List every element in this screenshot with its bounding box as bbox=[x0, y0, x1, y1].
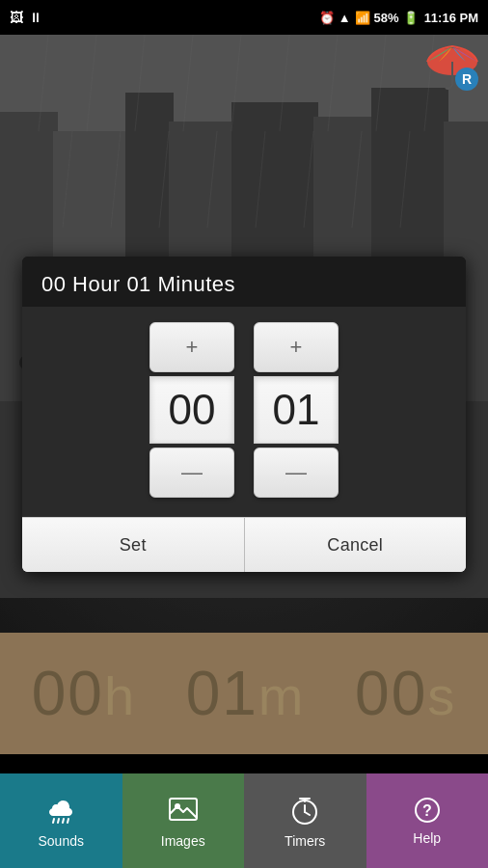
timer-minutes-unit: m bbox=[258, 665, 306, 726]
hours-decrement-button[interactable]: — bbox=[149, 448, 234, 498]
minutes-increment-button[interactable]: + bbox=[254, 322, 339, 372]
status-left-icons: 🖼 ⏸ bbox=[10, 10, 42, 25]
timers-icon bbox=[287, 793, 322, 827]
signal-icon: 📶 bbox=[355, 11, 370, 25]
clock-time: 11:16 PM bbox=[424, 11, 478, 25]
images-icon bbox=[166, 793, 201, 827]
images-nav-label: Images bbox=[161, 833, 205, 849]
set-button[interactable]: Set bbox=[22, 518, 245, 572]
minutes-decrement-button[interactable]: — bbox=[254, 448, 339, 498]
cancel-button[interactable]: Cancel bbox=[245, 518, 467, 572]
hours-spinner: + 00 — bbox=[149, 322, 234, 498]
battery-percentage: 58% bbox=[374, 11, 399, 25]
minutes-spinner: + 01 — bbox=[254, 322, 339, 498]
status-right-icons: ⏰ ▲ 📶 58% 🔋 11:16 PM bbox=[319, 11, 478, 25]
nav-item-sounds[interactable]: Sounds bbox=[0, 773, 122, 868]
svg-line-37 bbox=[63, 819, 64, 823]
timer-dialog-overlay: 00 Hour 01 Minutes + 00 — + 01 — Set Can… bbox=[0, 35, 488, 633]
timer-display-area: 00h 01m 00s bbox=[0, 633, 488, 754]
hours-increment-button[interactable]: + bbox=[149, 322, 234, 372]
wifi-icon: ▲ bbox=[339, 11, 351, 25]
pause-icon: ⏸ bbox=[29, 10, 42, 25]
nav-item-help[interactable]: ? Help bbox=[366, 773, 489, 868]
timer-text: 00h 01m 00s bbox=[32, 658, 457, 729]
timers-nav-label: Timers bbox=[285, 833, 325, 849]
help-icon: ? bbox=[413, 796, 442, 825]
hours-value: 00 bbox=[149, 376, 234, 444]
picture-icon: 🖼 bbox=[10, 10, 23, 25]
nav-item-images[interactable]: Images bbox=[122, 773, 245, 868]
cloud-rain-icon bbox=[43, 793, 78, 827]
timer-seconds: 00 bbox=[355, 659, 427, 728]
alarm-icon: ⏰ bbox=[319, 11, 335, 25]
dialog-footer: Set Cancel bbox=[22, 517, 466, 572]
svg-line-43 bbox=[305, 812, 310, 815]
timer-hours: 00 bbox=[32, 659, 104, 728]
timer-minutes: 01 bbox=[186, 659, 258, 728]
svg-text:R: R bbox=[462, 71, 472, 87]
svg-line-38 bbox=[68, 819, 68, 823]
status-bar: 🖼 ⏸ ⏰ ▲ 📶 58% 🔋 11:16 PM bbox=[0, 0, 488, 35]
help-nav-label: Help bbox=[413, 830, 441, 846]
app-logo: R bbox=[424, 35, 480, 101]
battery-icon: 🔋 bbox=[403, 11, 419, 25]
svg-text:?: ? bbox=[422, 802, 432, 819]
nav-item-timers[interactable]: Timers bbox=[244, 773, 366, 868]
dialog-title-bar: 00 Hour 01 Minutes bbox=[22, 257, 466, 307]
timer-dialog: 00 Hour 01 Minutes + 00 — + 01 — Set Can… bbox=[22, 257, 466, 572]
umbrella-logo-svg: R bbox=[424, 35, 480, 97]
dialog-title: 00 Hour 01 Minutes bbox=[41, 272, 235, 296]
sounds-nav-label: Sounds bbox=[39, 833, 84, 849]
timer-seconds-unit: s bbox=[427, 665, 456, 726]
svg-line-35 bbox=[53, 819, 54, 823]
dialog-body: + 00 — + 01 — bbox=[22, 307, 466, 517]
timer-hours-unit: h bbox=[104, 665, 136, 726]
svg-line-36 bbox=[58, 819, 59, 823]
bottom-navigation: Sounds Images Timers ? Help bbox=[0, 773, 488, 868]
minutes-value: 01 bbox=[254, 376, 339, 444]
